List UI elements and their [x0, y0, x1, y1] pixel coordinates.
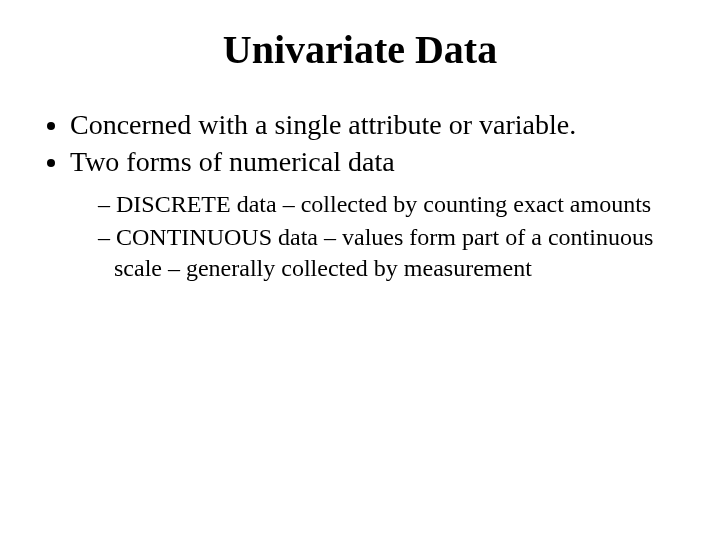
- sub-bullet-list: DISCRETE data – collected by counting ex…: [70, 189, 690, 285]
- sub-bullet-item: CONTINUOUS data – values form part of a …: [98, 222, 690, 284]
- slide: Univariate Data Concerned with a single …: [0, 0, 720, 540]
- bullet-item: Concerned with a single attribute or var…: [70, 107, 690, 142]
- sub-bullet-item: DISCRETE data – collected by counting ex…: [98, 189, 690, 220]
- bullet-text: Two forms of numerical data: [70, 146, 395, 177]
- bullet-list: Concerned with a single attribute or var…: [30, 107, 690, 285]
- slide-title: Univariate Data: [30, 26, 690, 73]
- bullet-item: Two forms of numerical data DISCRETE dat…: [70, 144, 690, 285]
